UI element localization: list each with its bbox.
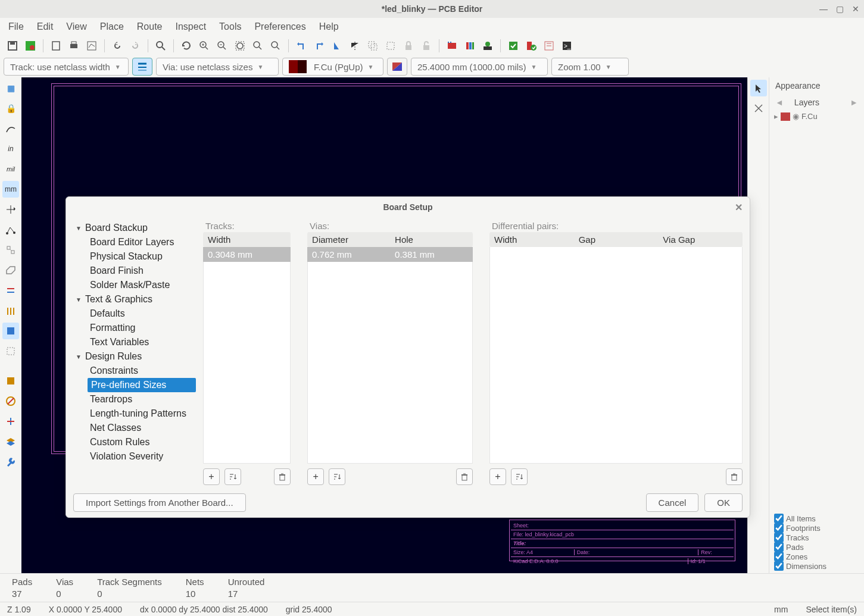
- grid-toggle-icon[interactable]: ▦: [2, 80, 19, 96]
- tree-formatting[interactable]: Formatting: [66, 321, 201, 335]
- vias-delete-button[interactable]: [456, 468, 473, 485]
- tree-text-variables[interactable]: Text Variables: [66, 335, 201, 349]
- track-autowidth-toggle[interactable]: [132, 58, 152, 76]
- tracks-delete-button[interactable]: [274, 468, 291, 485]
- print-icon[interactable]: [67, 39, 80, 52]
- lock-icon[interactable]: [402, 39, 415, 52]
- menu-route[interactable]: Route: [137, 21, 163, 32]
- chk-dimensions[interactable]: [774, 561, 784, 571]
- zoom-fit-icon[interactable]: [233, 39, 247, 52]
- tracks-row-0[interactable]: 0.3048 mm: [203, 247, 291, 262]
- chk-footprints[interactable]: [774, 523, 784, 533]
- inches-icon[interactable]: in: [2, 140, 19, 157]
- tree-net-classes[interactable]: Net Classes: [66, 421, 201, 435]
- tree-physical-stackup[interactable]: Physical Stackup: [66, 249, 201, 264]
- menu-place[interactable]: Place: [100, 21, 124, 32]
- tree-violation-severity[interactable]: Violation Severity: [66, 449, 201, 464]
- high-contrast-icon[interactable]: [2, 323, 19, 339]
- drc-icon[interactable]: [507, 39, 520, 52]
- diff-add-button[interactable]: +: [489, 468, 506, 485]
- mils-icon[interactable]: mil: [2, 161, 19, 177]
- menu-file[interactable]: File: [8, 21, 24, 32]
- ok-button[interactable]: OK: [704, 493, 743, 512]
- polar-icon[interactable]: [2, 120, 19, 137]
- layers-tab[interactable]: Layers: [787, 95, 826, 110]
- save-icon[interactable]: [6, 39, 19, 52]
- menu-edit[interactable]: Edit: [37, 21, 54, 32]
- minimize-button[interactable]: —: [819, 4, 828, 14]
- close-window-button[interactable]: ✕: [852, 4, 859, 14]
- settings-icon[interactable]: [24, 39, 37, 52]
- mirror-h-icon[interactable]: [348, 39, 361, 52]
- menu-view[interactable]: View: [66, 21, 86, 32]
- lock-toggle-icon[interactable]: 🔒: [2, 100, 19, 117]
- track-outline-icon[interactable]: [2, 302, 19, 319]
- page-settings-icon[interactable]: [49, 39, 63, 52]
- zoom-dropdown[interactable]: Zoom 1.00▼: [551, 58, 629, 76]
- zone-outline-icon[interactable]: [2, 373, 19, 389]
- ungroup-icon[interactable]: [384, 39, 397, 52]
- tree-teardrops[interactable]: Teardrops: [66, 392, 201, 407]
- library-icon[interactable]: [463, 39, 476, 52]
- rotate-ccw-icon[interactable]: [295, 39, 308, 52]
- layer-dropdown[interactable]: F.Cu (PgUp)▼: [282, 58, 383, 76]
- zone-fill-icon[interactable]: [2, 413, 19, 430]
- via-size-dropdown[interactable]: Via: use netclass sizes▼: [156, 58, 279, 76]
- footprint-icon[interactable]: [445, 39, 458, 52]
- tree-defaults[interactable]: Defaults: [66, 307, 201, 321]
- mirror-v-icon[interactable]: [330, 39, 344, 52]
- group-icon[interactable]: [366, 39, 379, 52]
- maximize-button[interactable]: ▢: [836, 4, 844, 14]
- zone-hatch-icon[interactable]: [2, 393, 19, 409]
- outline-mode-icon[interactable]: [2, 262, 19, 279]
- grid-dropdown[interactable]: 25.4000 mm (1000.00 mils)▼: [411, 58, 548, 76]
- tab-scroll-left[interactable]: ◄: [772, 98, 787, 107]
- tree-text-graphics[interactable]: ▼Text & Graphics: [66, 292, 201, 307]
- menu-preferences[interactable]: Preferences: [254, 21, 305, 32]
- vias-add-button[interactable]: +: [307, 468, 324, 485]
- layer-row-fcu[interactable]: ▸ ◉ F.Cu: [769, 111, 864, 122]
- chk-zones[interactable]: [774, 552, 784, 561]
- erc-icon[interactable]: [525, 39, 538, 52]
- redo-icon[interactable]: [129, 39, 142, 52]
- tree-design-rules[interactable]: ▼Design Rules: [66, 349, 201, 364]
- schematic-icon[interactable]: [542, 39, 556, 52]
- vias-row-0[interactable]: 0.762 mm0.381 mm: [307, 247, 473, 262]
- diff-sort-button[interactable]: [511, 468, 528, 485]
- undo-icon[interactable]: [111, 39, 124, 52]
- tree-solder-mask[interactable]: Solder Mask/Paste: [66, 278, 201, 292]
- diff-delete-button[interactable]: [726, 468, 743, 485]
- tree-length-tuning[interactable]: Length-tuning Patterns: [66, 407, 201, 421]
- ratsnest-curved-icon[interactable]: [2, 242, 19, 258]
- scripting-icon[interactable]: >_: [560, 39, 573, 52]
- measure-tool-icon[interactable]: [750, 100, 767, 117]
- menu-inspect[interactable]: Inspect: [175, 21, 206, 32]
- track-width-dropdown[interactable]: Track: use netclass width▼: [4, 58, 129, 76]
- via-outline-icon[interactable]: [2, 282, 19, 299]
- refresh-icon[interactable]: [180, 39, 193, 52]
- menu-help[interactable]: Help: [319, 21, 339, 32]
- rotate-cw-icon[interactable]: [313, 39, 326, 52]
- arrow-tool-icon[interactable]: [750, 80, 767, 96]
- layer-pair-icon[interactable]: [387, 58, 407, 76]
- search-icon[interactable]: [154, 39, 167, 52]
- zoom-selection-icon[interactable]: [269, 39, 282, 52]
- net-highlight-icon[interactable]: [2, 343, 19, 359]
- menu-tools[interactable]: Tools: [219, 21, 241, 32]
- tree-constraints[interactable]: Constraints: [66, 364, 201, 378]
- tab-scroll-right[interactable]: ►: [846, 98, 862, 107]
- chk-pads[interactable]: [774, 542, 784, 552]
- cancel-button[interactable]: Cancel: [646, 493, 699, 512]
- plot-icon[interactable]: [85, 39, 98, 52]
- zoom-in-icon[interactable]: [198, 39, 211, 52]
- tree-board-finish[interactable]: Board Finish: [66, 264, 201, 278]
- tracks-sort-button[interactable]: [224, 468, 241, 485]
- wrench-icon[interactable]: [2, 454, 19, 470]
- chk-allitems[interactable]: [774, 514, 784, 523]
- tree-predefined-sizes[interactable]: Pre-defined Sizes: [88, 378, 196, 392]
- cursor-shape-icon[interactable]: [2, 201, 19, 218]
- vias-sort-button[interactable]: [329, 468, 345, 485]
- ratsnest-icon[interactable]: [2, 221, 19, 238]
- chk-tracks[interactable]: [774, 533, 784, 542]
- unlock-icon[interactable]: [420, 39, 433, 52]
